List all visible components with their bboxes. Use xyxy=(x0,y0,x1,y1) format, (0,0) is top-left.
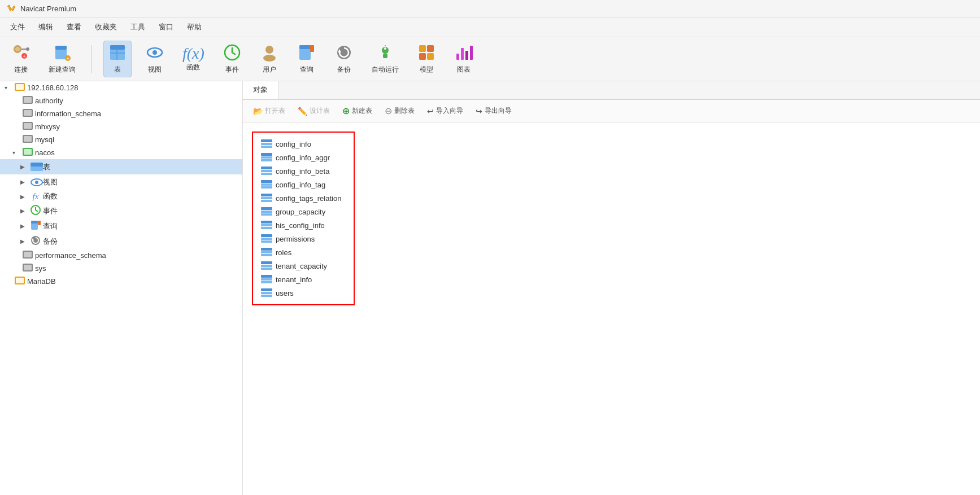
tree-db-performance-schema[interactable]: performance_schema xyxy=(0,249,242,262)
table-row[interactable]: permissions xyxy=(258,232,345,246)
export-wizard-label: 导出向导 xyxy=(485,106,512,116)
table-row[interactable]: his_config_info xyxy=(258,218,345,232)
mysql-label: mysql xyxy=(35,135,54,144)
toolbar-connect[interactable]: + 连接 xyxy=(7,41,35,77)
table-label: 表 xyxy=(114,65,121,75)
query-label: 查询 xyxy=(300,65,313,75)
tree-nacos-backup[interactable]: ▶ 备份 xyxy=(0,234,242,249)
export-wizard-icon: ↪ xyxy=(476,107,482,116)
new-table-icon: ⊕ xyxy=(342,106,350,116)
table-row[interactable]: tenant_capacity xyxy=(258,259,345,273)
svg-point-25 xyxy=(384,47,386,50)
menu-help[interactable]: 帮助 xyxy=(181,20,207,34)
user-label: 用户 xyxy=(263,65,276,75)
event-icon xyxy=(223,43,241,64)
toolbar-backup[interactable]: 备份 xyxy=(330,41,358,77)
table-row-users[interactable]: users xyxy=(258,286,345,300)
tree-db-authority[interactable]: authority xyxy=(0,94,242,107)
toolbar-new-query[interactable]: + 新建查询 xyxy=(44,41,80,77)
table-row-icon xyxy=(261,180,272,189)
tree-db-nacos[interactable]: ▾ nacos xyxy=(0,146,242,159)
tree-nacos-event[interactable]: ▶ 事件 xyxy=(0,203,242,218)
svg-point-3 xyxy=(26,47,29,51)
toolbar-user[interactable]: 用户 xyxy=(255,41,284,77)
mariadb-label: MariaDB xyxy=(27,277,56,286)
btn-export-wizard[interactable]: ↪ 导出向导 xyxy=(470,104,517,118)
toolbar-function[interactable]: f(x) 函数 xyxy=(178,43,209,75)
tree-mariadb[interactable]: MariaDB xyxy=(0,275,242,288)
btn-new-table[interactable]: ⊕ 新建表 xyxy=(337,103,378,119)
table-row-icon xyxy=(261,248,272,257)
svg-rect-29 xyxy=(427,45,434,52)
table-row-icon xyxy=(261,221,272,230)
menu-tools[interactable]: 工具 xyxy=(125,20,151,34)
tree-nacos-function[interactable]: ▶ fx 函数 xyxy=(0,190,242,203)
btn-open-table[interactable]: 📂 打开表 xyxy=(247,104,291,118)
toolbar-chart[interactable]: 图表 xyxy=(450,41,478,77)
connection-arrow: ▾ xyxy=(5,85,12,91)
menu-window[interactable]: 窗口 xyxy=(153,20,179,34)
svg-rect-35 xyxy=(470,46,473,60)
menu-favorites[interactable]: 收藏夹 xyxy=(89,20,123,34)
table-row-icon xyxy=(261,139,272,148)
open-table-label: 打开表 xyxy=(265,106,285,116)
table-row[interactable]: config_info xyxy=(258,137,345,151)
table-row[interactable]: config_tags_relation xyxy=(258,191,345,205)
table-row-icon xyxy=(261,288,272,297)
toolbar-view[interactable]: 视图 xyxy=(141,41,169,77)
table-row[interactable]: tenant_info xyxy=(258,273,345,286)
svg-rect-32 xyxy=(456,54,459,60)
table-row[interactable]: config_info_tag xyxy=(258,178,345,191)
mhxysy-label: mhxysy xyxy=(35,122,60,131)
user-icon xyxy=(260,43,278,64)
table-icon xyxy=(108,43,127,64)
menu-view[interactable]: 查看 xyxy=(61,20,87,34)
performance-schema-icon xyxy=(23,251,33,260)
menu-edit[interactable]: 编辑 xyxy=(33,20,59,34)
function-folder-icon: fx xyxy=(31,192,41,201)
table-row-icon xyxy=(261,153,272,162)
chart-label: 图表 xyxy=(457,65,471,75)
tree-db-mysql[interactable]: mysql xyxy=(0,133,242,146)
table-row[interactable]: config_info_aggr xyxy=(258,151,345,164)
tree-nacos-table[interactable]: ▶ 表 xyxy=(0,159,242,174)
tree-db-information-schema[interactable]: information_schema xyxy=(0,107,242,120)
toolbar-autorun[interactable]: 自动运行 xyxy=(367,41,403,77)
menu-file[interactable]: 文件 xyxy=(5,20,31,34)
btn-import-wizard[interactable]: ↩ 导入向导 xyxy=(421,104,469,118)
table-row-name: config_info_aggr xyxy=(276,154,330,162)
tree-db-mhxysy[interactable]: mhxysy xyxy=(0,120,242,133)
toolbar-query[interactable]: 查询 xyxy=(293,41,321,77)
svg-text:+: + xyxy=(23,53,26,59)
tree-db-sys[interactable]: sys xyxy=(0,262,242,275)
table-row-name: config_info_beta xyxy=(276,167,329,176)
table-row[interactable]: group_capacity xyxy=(258,205,345,218)
svg-rect-30 xyxy=(419,53,426,60)
tab-object[interactable]: 对象 xyxy=(243,81,278,99)
table-row[interactable]: roles xyxy=(258,246,345,259)
table-row-icon xyxy=(261,275,272,284)
table-row-name-users: users xyxy=(276,289,294,297)
nacos-icon xyxy=(23,148,33,157)
tree-connection[interactable]: ▾ 192.168.60.128 xyxy=(0,81,242,94)
view-folder-label: 视图 xyxy=(43,177,58,187)
tree-nacos-query[interactable]: ▶ 查询 xyxy=(0,218,242,234)
btn-design-table[interactable]: ✏️ 设计表 xyxy=(292,104,336,118)
btn-delete-table[interactable]: ⊖ 删除表 xyxy=(379,103,420,119)
toolbar-table[interactable]: 表 xyxy=(103,41,132,77)
mariadb-icon xyxy=(15,277,25,286)
function-label: 函数 xyxy=(186,63,200,72)
tree-nacos-view[interactable]: ▶ 视图 xyxy=(0,174,242,190)
svg-rect-64 xyxy=(16,278,24,283)
query-folder-icon xyxy=(31,220,41,232)
toolbar-model[interactable]: 模型 xyxy=(412,41,441,77)
import-wizard-label: 导入向导 xyxy=(436,106,463,116)
table-row-name: config_tags_relation xyxy=(276,194,341,203)
toolbar-event[interactable]: 事件 xyxy=(218,41,246,77)
view-folder-icon xyxy=(31,176,41,188)
toolbar: + 连接 + 新建查询 表 视图 f(x) 函数 事件 xyxy=(0,37,980,81)
svg-rect-41 xyxy=(24,110,32,116)
design-table-label: 设计表 xyxy=(310,106,330,116)
new-query-icon: + xyxy=(53,43,71,64)
table-row[interactable]: config_info_beta xyxy=(258,164,345,178)
